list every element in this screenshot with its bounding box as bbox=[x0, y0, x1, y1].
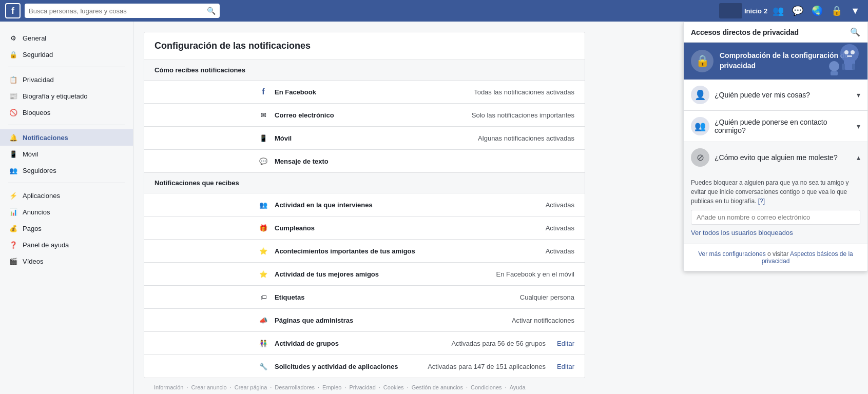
friends-activity-icon: ⭐ bbox=[257, 268, 269, 280]
sidebar-item-label: Vídeos bbox=[23, 258, 43, 265]
footer-link-9[interactable]: Ayuda bbox=[510, 384, 526, 390]
footer-link-2[interactable]: Crear página bbox=[235, 384, 267, 390]
sidebar-section-3: 🔔 Notificaciones 📱 Móvil 👥 Seguidores bbox=[0, 129, 133, 179]
notif-item-paginas: 📣 Páginas que administras Activar notifi… bbox=[257, 314, 574, 326]
sidebar-item-videos[interactable]: 🎬 Vídeos bbox=[0, 253, 133, 269]
sidebar-item-notificaciones[interactable]: 🔔 Notificaciones bbox=[0, 129, 133, 146]
sidebar-item-label: Notificaciones bbox=[23, 134, 68, 142]
sidebar-item-label: Aplicaciones bbox=[23, 192, 60, 200]
section-how-label: Cómo recibes notificaciones bbox=[155, 66, 257, 74]
notif-item-actividad: 👥 Actividad en la que intervienes Activa… bbox=[257, 199, 574, 211]
accordion-evitar-header[interactable]: ⊘ ¿Cómo evito que alguien me moleste? ▴ bbox=[684, 142, 867, 173]
notif-item-sms: 💬 Mensaje de texto bbox=[257, 155, 574, 167]
sidebar-item-general[interactable]: ⚙ General bbox=[0, 30, 133, 46]
notif-row-etiquetas: 🏷 Etiquetas Cualquier persona bbox=[144, 286, 585, 309]
footer-link-4[interactable]: Empleo bbox=[322, 384, 341, 390]
tags-icon: 🏷 bbox=[257, 291, 269, 303]
accordion-quien-contacto-header[interactable]: 👥 ¿Quién puede ponerse en contacto conmi… bbox=[684, 111, 867, 142]
sidebar-item-label: Bloqueos bbox=[23, 109, 50, 116]
email-icon: ✉ bbox=[257, 109, 269, 121]
chevron-down-quien-ver-icon: ▾ bbox=[857, 91, 860, 99]
search-icon: 🔍 bbox=[207, 7, 216, 15]
notif-row-solicitudes: 🔧 Solicitudes y actividad de aplicacione… bbox=[144, 355, 585, 378]
friend-requests-icon[interactable]: 👥 bbox=[769, 3, 787, 18]
footer-link-5[interactable]: Privacidad bbox=[349, 384, 375, 390]
footer-link-1[interactable]: Crear anuncio bbox=[191, 384, 227, 390]
notif-item-text-acontecimientos: Acontecimientos importantes de tus amigo… bbox=[275, 247, 541, 255]
sidebar-item-panel-ayuda[interactable]: ❓ Panel de ayuda bbox=[0, 237, 133, 253]
privacy-search-icon[interactable]: 🔍 bbox=[850, 27, 860, 37]
block-user-input[interactable] bbox=[691, 210, 860, 225]
pages-admin-icon: 📣 bbox=[257, 314, 269, 326]
svg-point-2 bbox=[844, 50, 848, 54]
footer-sep-8: · bbox=[505, 384, 507, 390]
sidebar-item-seguridad[interactable]: 🔒 Seguridad bbox=[0, 46, 133, 63]
search-bar[interactable]: 🔍 bbox=[25, 4, 220, 18]
footer-sep-5: · bbox=[379, 384, 380, 390]
privacy-panel-footer: Ver más configuraciones o visitar Aspect… bbox=[684, 244, 867, 271]
notif-row-facebook: f En Facebook Todas las notificaciones a… bbox=[144, 81, 585, 104]
sidebar-section-4: ⚡ Aplicaciones 📊 Anuncios 💰 Pagos ❓ Pane… bbox=[0, 187, 133, 269]
messages-icon[interactable]: 💬 bbox=[789, 3, 806, 18]
grupos-edit-button[interactable]: Editar bbox=[557, 340, 574, 347]
notif-row-cumpleanos: 🎁 Cumpleaños Activadas bbox=[144, 216, 585, 240]
video-icon: 🎬 bbox=[8, 256, 18, 266]
notif-row-actividad-amigos: ⭐ Actividad de tus mejores amigos En Fac… bbox=[144, 263, 585, 286]
sidebar-item-movil[interactable]: 📱 Móvil bbox=[0, 146, 133, 162]
notif-solicitudes-title: Solicitudes y actividad de aplicaciones bbox=[275, 363, 422, 370]
sidebar-item-anuncios[interactable]: 📊 Anuncios bbox=[0, 204, 133, 220]
facebook-logo: f bbox=[5, 3, 21, 18]
inicio-button[interactable]: Inicio 2 bbox=[744, 7, 767, 15]
sidebar-item-seguidores[interactable]: 👥 Seguidores bbox=[0, 162, 133, 179]
footer-link-0[interactable]: Información bbox=[154, 384, 183, 390]
more-settings-link[interactable]: Ver más configuraciones bbox=[698, 250, 765, 258]
sidebar-item-pagos[interactable]: 💰 Pagos bbox=[0, 220, 133, 237]
user-name-block bbox=[719, 3, 742, 18]
sidebar-item-label: Móvil bbox=[23, 150, 38, 158]
settings-icon[interactable]: ▼ bbox=[847, 4, 863, 18]
accordion-quien-ver-header[interactable]: 👤 ¿Quién puede ver mis cosas? ▾ bbox=[684, 80, 867, 110]
notif-section-how: Cómo recibes notificaciones bbox=[144, 60, 585, 81]
sidebar-item-aplicaciones[interactable]: ⚡ Aplicaciones bbox=[0, 187, 133, 204]
notif-section-what: Notificaciones que recibes bbox=[144, 173, 585, 193]
accordion-quien-ver-title: ¿Quién puede ver mis cosas? bbox=[715, 91, 857, 99]
apps-icon: ⚡ bbox=[8, 190, 18, 201]
inicio-badge: 2 bbox=[764, 7, 767, 15]
privacy-lock-icon[interactable]: 🔒 bbox=[828, 3, 845, 18]
notif-acontecimientos-value: Activadas bbox=[546, 247, 574, 255]
view-blocked-link[interactable]: Ver todos los usuarios bloqueados bbox=[691, 229, 793, 237]
sidebar-item-privacidad[interactable]: 📋 Privacidad bbox=[0, 71, 133, 88]
notif-row-email: ✉ Correo electrónico Solo las notificaci… bbox=[144, 104, 585, 127]
notif-item-movil: 📱 Móvil Algunas notificaciones activadas bbox=[257, 132, 574, 144]
notif-row-grupos: 👫 Actividad de grupos Activadas para 56 … bbox=[144, 332, 585, 355]
notif-item-text-solicitudes: Solicitudes y actividad de aplicaciones bbox=[275, 363, 422, 370]
privacy-panel-title: Accesos directos de privacidad bbox=[691, 28, 850, 36]
sidebar-item-biografia[interactable]: 📰 Biografía y etiquetado bbox=[0, 88, 133, 104]
privacy-panel-header: Accesos directos de privacidad 🔍 bbox=[684, 22, 867, 43]
question-mark-link[interactable]: [?] bbox=[758, 198, 765, 205]
footer-link-7[interactable]: Gestión de anuncios bbox=[412, 384, 463, 390]
footer-separator: o visitar bbox=[767, 250, 790, 258]
solicitudes-edit-button[interactable]: Editar bbox=[557, 363, 574, 370]
sidebar-item-bloqueos[interactable]: 🚫 Bloqueos bbox=[0, 104, 133, 121]
search-input[interactable] bbox=[29, 7, 207, 15]
footer-link-3[interactable]: Desarrolladores bbox=[275, 384, 315, 390]
sidebar-divider-1 bbox=[8, 67, 125, 67]
notif-item-text-paginas: Páginas que administras bbox=[275, 317, 507, 324]
accordion-evitar-title: ¿Cómo evito que alguien me moleste? bbox=[715, 153, 857, 162]
events-icon: ⭐ bbox=[257, 245, 269, 257]
notif-item-acontecimientos: ⭐ Acontecimientos importantes de tus ami… bbox=[257, 245, 574, 257]
facebook-icon: f bbox=[257, 86, 269, 98]
notif-item-email: ✉ Correo electrónico Solo las notificaci… bbox=[257, 109, 574, 121]
footer-link-8[interactable]: Condiciones bbox=[471, 384, 502, 390]
mobile-icon: 📱 bbox=[8, 149, 18, 159]
accordion-quien-contacto: 👥 ¿Quién puede ponerse en contacto conmi… bbox=[684, 111, 867, 142]
footer-link-6[interactable]: Cookies bbox=[383, 384, 404, 390]
notif-movil-value: Algunas notificaciones activadas bbox=[478, 134, 574, 142]
privacy-checkup-banner[interactable]: 🔒 Comprobación de la configuración de pr… bbox=[684, 43, 867, 80]
notifications-icon[interactable]: 🌏 bbox=[808, 3, 826, 18]
notif-item-text-sms: Mensaje de texto bbox=[275, 157, 574, 165]
accordion-quien-contacto-title: ¿Quién puede ponerse en contacto conmigo… bbox=[715, 118, 857, 134]
notif-actividad-value: Activadas bbox=[546, 201, 574, 209]
mobile-notif-icon: 📱 bbox=[257, 132, 269, 144]
